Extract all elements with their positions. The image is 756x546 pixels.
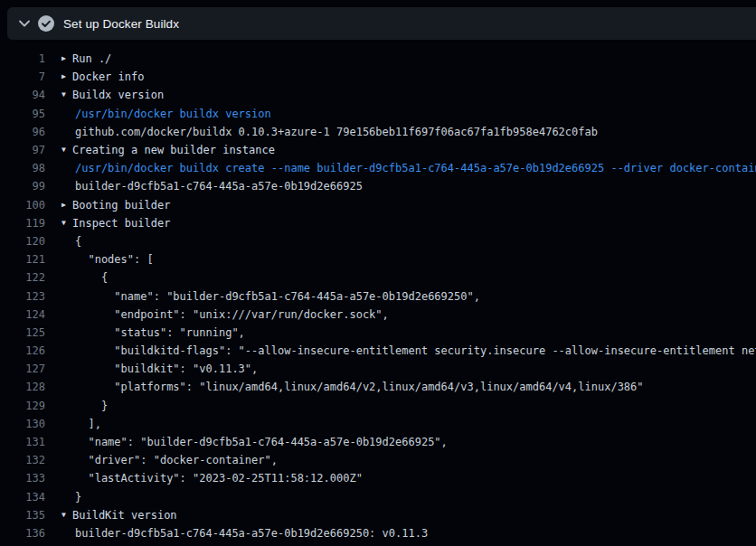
log-line: 99builder-d9cfb5a1-c764-445a-a57e-0b19d2…: [0, 177, 756, 195]
log-text: github.com/docker/buildx 0.10.3+azure-1 …: [75, 126, 598, 138]
triangle-right-icon[interactable]: ▶: [61, 196, 72, 214]
log-line: 132 "driver": "docker-container",: [0, 451, 756, 469]
log-group-title: Booting builder: [72, 199, 170, 212]
log-area[interactable]: 1▶Run ./7▶Docker info94▼Buildx version95…: [0, 40, 756, 546]
log-text: "nodes": [: [75, 253, 154, 266]
log-text: {: [75, 235, 81, 248]
log-group-row[interactable]: 97▼Creating a new builder instance: [0, 141, 756, 159]
line-number[interactable]: 127: [0, 362, 45, 375]
log-line: 98/usr/bin/docker buildx create --name b…: [0, 159, 756, 177]
line-number[interactable]: 97: [0, 144, 45, 156]
log-line: 136builder-d9cfb5a1-c764-445a-a57e-0b19d…: [0, 524, 756, 542]
triangle-down-icon[interactable]: ▼: [61, 506, 72, 524]
line-number[interactable]: 122: [0, 271, 45, 284]
check-circle-icon: [38, 15, 54, 32]
line-number[interactable]: 134: [0, 491, 45, 504]
log-group-title: Creating a new builder instance: [72, 144, 275, 156]
log-line: 129 }: [0, 397, 756, 415]
log-group-title: Run ./: [72, 52, 111, 65]
chevron-down-icon[interactable]: [18, 17, 31, 30]
log-line: 95/usr/bin/docker buildx version: [0, 105, 756, 123]
log-line: 131 "name": "builder-d9cfb5a1-c764-445a-…: [0, 433, 756, 451]
log-line: 127 "buildkit": "v0.11.3",: [0, 360, 756, 378]
log-text: "lastActivity": "2023-02-25T11:58:12.000…: [75, 472, 363, 485]
log-text: "buildkit": "v0.11.3",: [75, 362, 258, 375]
step-header[interactable]: Set up Docker Buildx: [7, 7, 756, 40]
line-number[interactable]: 123: [0, 290, 45, 303]
line-number[interactable]: 94: [0, 89, 45, 101]
line-number[interactable]: 1: [0, 52, 45, 65]
log-text: }: [75, 491, 81, 504]
line-number[interactable]: 119: [0, 217, 45, 230]
log-line: 125 "status": "running",: [0, 324, 756, 342]
triangle-down-icon[interactable]: ▼: [61, 141, 72, 159]
log-line: 120{: [0, 232, 756, 250]
log-text: "platforms": "linux/amd64,linux/amd64/v2…: [75, 381, 644, 393]
log-text: "buildkitd-flags": "--allow-insecure-ent…: [75, 344, 756, 357]
line-number[interactable]: 7: [0, 71, 45, 83]
log-line: 96github.com/docker/buildx 0.10.3+azure-…: [0, 123, 756, 141]
line-number[interactable]: 136: [0, 527, 45, 540]
log-text: {: [75, 271, 108, 284]
log-line: 133 "lastActivity": "2023-02-25T11:58:12…: [0, 469, 756, 487]
log-command-text: /usr/bin/docker buildx create --name bui…: [75, 162, 756, 174]
log-line: 134}: [0, 488, 756, 506]
line-number[interactable]: 98: [0, 162, 45, 174]
line-number[interactable]: 120: [0, 235, 45, 248]
log-line: 123 "name": "builder-d9cfb5a1-c764-445a-…: [0, 287, 756, 305]
triangle-down-icon[interactable]: ▼: [61, 214, 72, 232]
log-text: "endpoint": "unix:///var/run/docker.sock…: [75, 308, 389, 321]
line-number[interactable]: 99: [0, 180, 45, 193]
line-number[interactable]: 125: [0, 326, 45, 339]
triangle-down-icon[interactable]: ▼: [61, 86, 72, 104]
line-number[interactable]: 131: [0, 436, 45, 448]
log-text: "status": "running",: [75, 326, 245, 339]
log-text: "name": "builder-d9cfb5a1-c764-445a-a57e…: [75, 436, 448, 448]
log-group-title: BuildKit version: [72, 509, 177, 522]
line-number[interactable]: 96: [0, 126, 45, 138]
line-number[interactable]: 124: [0, 308, 45, 321]
log-text: builder-d9cfb5a1-c764-445a-a57e-0b19d2e6…: [75, 527, 428, 540]
log-group-row[interactable]: 94▼Buildx version: [0, 86, 756, 104]
triangle-right-icon[interactable]: ▶: [61, 68, 72, 86]
line-number[interactable]: 129: [0, 400, 45, 412]
log-line: 124 "endpoint": "unix:///var/run/docker.…: [0, 306, 756, 324]
log-group-row[interactable]: 7▶Docker info: [0, 68, 756, 86]
log-text: builder-d9cfb5a1-c764-445a-a57e-0b19d2e6…: [75, 180, 363, 193]
log-line: 126 "buildkitd-flags": "--allow-insecure…: [0, 342, 756, 360]
log-line: 128 "platforms": "linux/amd64,linux/amd6…: [0, 378, 756, 396]
line-number[interactable]: 121: [0, 253, 45, 266]
log-line: 130 ],: [0, 415, 756, 433]
log-text: }: [75, 400, 108, 412]
line-number[interactable]: 135: [0, 509, 45, 522]
log-group-row[interactable]: 100▶Booting builder: [0, 196, 756, 214]
log-line: 122 {: [0, 268, 756, 287]
line-number[interactable]: 100: [0, 199, 45, 212]
step-title: Set up Docker Buildx: [63, 17, 179, 31]
line-number[interactable]: 130: [0, 418, 45, 430]
line-number[interactable]: 132: [0, 454, 45, 466]
log-command-text: /usr/bin/docker buildx version: [75, 108, 271, 120]
line-number[interactable]: 128: [0, 381, 45, 393]
log-group-title: Docker info: [72, 71, 144, 83]
log-text: ],: [75, 418, 101, 430]
log-text: "name": "builder-d9cfb5a1-c764-445a-a57e…: [75, 290, 480, 303]
log-group-title: Buildx version: [72, 89, 164, 101]
log-group-title: Inspect builder: [72, 217, 170, 230]
triangle-right-icon[interactable]: ▶: [61, 50, 72, 68]
log-group-row[interactable]: 119▼Inspect builder: [0, 214, 756, 232]
log-text: "driver": "docker-container",: [75, 454, 278, 466]
line-number[interactable]: 126: [0, 344, 45, 357]
log-group-row[interactable]: 1▶Run ./: [0, 50, 756, 68]
line-number[interactable]: 95: [0, 108, 45, 120]
log-line: 121 "nodes": [: [0, 250, 756, 268]
log-group-row[interactable]: 135▼BuildKit version: [0, 506, 756, 524]
line-number[interactable]: 133: [0, 472, 45, 485]
